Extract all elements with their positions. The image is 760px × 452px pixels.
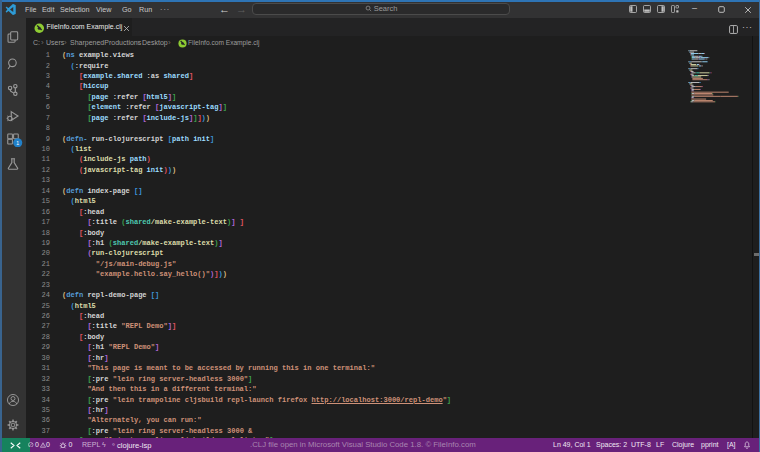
svg-text:1: 1 [16, 139, 19, 145]
